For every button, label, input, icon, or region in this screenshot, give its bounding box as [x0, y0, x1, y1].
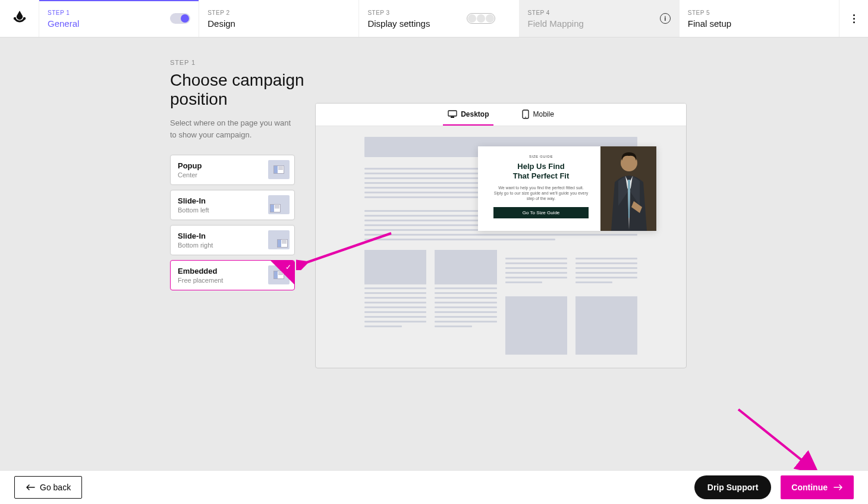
step-triple-pill — [467, 13, 495, 24]
promo-headline: Help Us FindThat Perfect Fit — [513, 162, 570, 180]
option-slidein-bottom-right[interactable]: Slide-In Bottom right — [170, 225, 295, 255]
step-1-general[interactable]: STEP 1 General — [39, 0, 199, 37]
step-toggle[interactable] — [170, 13, 190, 24]
logo[interactable] — [0, 0, 39, 37]
step-3-display-settings[interactable]: STEP 3 Display settings — [359, 0, 519, 37]
stepper: STEP 1 General STEP 2 Design STEP 3 Disp… — [0, 0, 868, 37]
overflow-menu[interactable] — [839, 0, 868, 37]
check-icon: ✓ — [285, 263, 291, 271]
tab-mobile-label: Mobile — [533, 110, 553, 118]
kebab-icon — [853, 14, 855, 23]
step-4-field-mapping: STEP 4 Field Mapping i — [520, 0, 680, 37]
option-embedded-free-placement[interactable]: Embedded Free placement ✓ — [170, 260, 295, 290]
promo-eyebrow: SIZE GUIDE — [529, 155, 553, 158]
position-options: Popup Center Slide-In Bottom left Slide-… — [170, 155, 295, 290]
promo-cta-button[interactable]: Go To Size Guide — [493, 207, 589, 218]
continue-button[interactable]: Continue — [781, 475, 854, 499]
footer-bar: Go back Drip Support Continue — [0, 470, 868, 504]
option-popup-center[interactable]: Popup Center — [170, 155, 295, 185]
svg-point-5 — [526, 117, 527, 118]
step-label: STEP 4 — [528, 10, 671, 16]
preview-pane: Desktop Mobile SIZE GUID — [315, 103, 687, 368]
placeholder-columns — [364, 250, 637, 355]
go-back-label: Go back — [40, 483, 71, 492]
drip-support-button[interactable]: Drip Support — [694, 475, 772, 499]
main-content: STEP 1 Choose campaign position Select w… — [0, 37, 868, 470]
step-title: Final setup — [688, 18, 831, 29]
drip-logo-icon — [12, 10, 27, 27]
promo-image — [600, 146, 656, 231]
step-2-design[interactable]: STEP 2 Design — [199, 0, 359, 37]
option-thumb-icon — [268, 230, 290, 249]
man-in-suit-icon — [600, 146, 656, 231]
info-icon[interactable]: i — [660, 13, 671, 24]
option-thumb-icon — [268, 195, 290, 214]
continue-label: Continue — [791, 483, 828, 492]
page-description: Select where on the page you want to sho… — [170, 117, 295, 140]
tab-desktop-label: Desktop — [461, 110, 489, 118]
mobile-icon — [522, 109, 529, 119]
arrow-right-icon — [834, 484, 843, 490]
step-title: General — [48, 18, 190, 29]
step-label: STEP 1 — [48, 10, 190, 16]
option-thumb-icon — [268, 160, 290, 179]
svg-rect-3 — [451, 117, 454, 118]
preview-device-tabs: Desktop Mobile — [316, 104, 686, 126]
desktop-icon — [448, 110, 457, 118]
option-slidein-bottom-left[interactable]: Slide-In Bottom left — [170, 190, 295, 220]
step-sublabel: STEP 1 — [170, 59, 868, 66]
step-title: Design — [207, 18, 350, 29]
page-title: Choose campaign position — [170, 71, 325, 109]
step-label: STEP 5 — [688, 10, 831, 16]
go-back-button[interactable]: Go back — [14, 476, 82, 499]
svg-point-0 — [13, 17, 15, 20]
promo-body: We want to help you find the perfect fit… — [493, 185, 589, 201]
step-title: Field Mapping — [528, 18, 671, 29]
svg-rect-2 — [448, 111, 457, 116]
arrow-left-icon — [26, 484, 35, 490]
step-5-final-setup[interactable]: STEP 5 Final setup — [680, 0, 839, 37]
promo-card: SIZE GUIDE Help Us FindThat Perfect Fit … — [478, 146, 656, 231]
step-label: STEP 2 — [207, 10, 350, 16]
tab-desktop[interactable]: Desktop — [443, 104, 493, 126]
tab-mobile[interactable]: Mobile — [517, 104, 558, 126]
svg-point-1 — [23, 17, 25, 20]
